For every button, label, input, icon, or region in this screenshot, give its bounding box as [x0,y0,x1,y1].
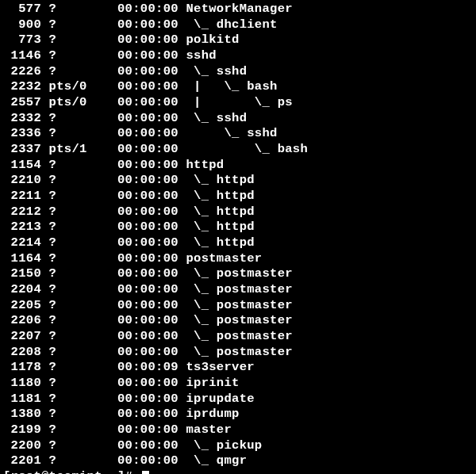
process-row: 2204 ? 00:00:00 \_ postmaster [3,282,473,298]
process-row: 2213 ? 00:00:00 \_ httpd [3,220,473,235]
process-row: 2226 ? 00:00:00 \_ sshd [3,64,473,80]
process-row: 773 ? 00:00:00 polkitd [3,32,473,48]
process-row: 2208 ? 00:00:00 \_ postmaster [3,345,473,361]
process-row: 2232 pts/0 00:00:00 | \_ bash [3,79,473,95]
process-row: 2205 ? 00:00:00 \_ postmaster [3,298,473,314]
process-row: 2207 ? 00:00:00 \_ postmaster [3,329,473,345]
process-row: 2199 ? 00:00:00 master [3,422,473,438]
process-row: 1164 ? 00:00:00 postmaster [3,251,473,267]
process-row: 1154 ? 00:00:00 httpd [3,158,473,174]
process-row: 577 ? 00:00:00 NetworkManager [3,2,473,17]
process-row: 2214 ? 00:00:00 \_ httpd [3,235,473,251]
shell-prompt-line[interactable]: [root@tecmint ~]# [3,469,473,474]
shell-prompt-text: [root@tecmint ~]# [3,469,140,474]
process-row: 2336 ? 00:00:00 \_ sshd [3,126,473,142]
process-row: 2211 ? 00:00:00 \_ httpd [3,189,473,205]
process-row: 2332 ? 00:00:00 \_ sshd [3,111,473,127]
process-row: 1178 ? 00:00:09 ts3server [3,360,473,376]
process-row: 900 ? 00:00:00 \_ dhclient [3,17,473,33]
process-row: 2337 pts/1 00:00:00 \_ bash [3,142,473,158]
cursor-icon [142,471,149,474]
process-row: 2212 ? 00:00:00 \_ httpd [3,205,473,220]
process-row: 1146 ? 00:00:00 sshd [3,48,473,64]
process-row: 2210 ? 00:00:00 \_ httpd [3,173,473,189]
process-row: 2150 ? 00:00:00 \_ postmaster [3,266,473,282]
process-row: 2557 pts/0 00:00:00 | \_ ps [3,95,473,111]
terminal-output: 577 ? 00:00:00 NetworkManager 900 ? 00:0… [3,2,473,469]
process-row: 1180 ? 00:00:00 iprinit [3,376,473,392]
process-row: 1181 ? 00:00:00 iprupdate [3,392,473,407]
process-row: 2201 ? 00:00:00 \_ qmgr [3,453,473,469]
process-row: 2206 ? 00:00:00 \_ postmaster [3,313,473,329]
process-row: 2200 ? 00:00:00 \_ pickup [3,438,473,454]
process-row: 1380 ? 00:00:00 iprdump [3,407,473,422]
